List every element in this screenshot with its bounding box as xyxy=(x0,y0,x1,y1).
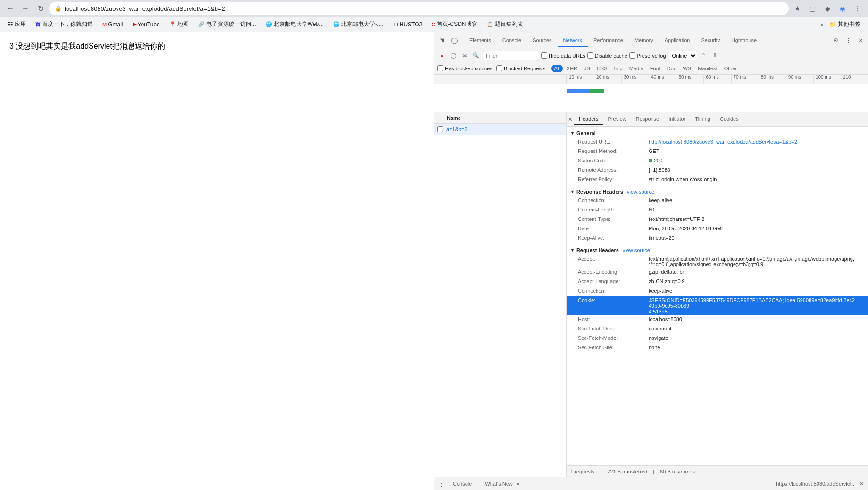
general-section-header[interactable]: General xyxy=(567,128,868,138)
request-checkbox[interactable] xyxy=(437,126,443,132)
disable-cache-input[interactable] xyxy=(587,52,593,59)
response-headers-view-source[interactable]: view source xyxy=(627,189,654,194)
tab-network[interactable]: Network xyxy=(558,34,588,47)
hide-data-urls-checkbox[interactable]: Hide data URLs xyxy=(541,52,585,59)
bookmark-label: 北京邮电大学-..... xyxy=(341,20,385,28)
bookmark-apps[interactable]: ☷ 应用 xyxy=(4,19,30,29)
whats-new-tab[interactable]: What's New ✕ xyxy=(480,479,524,489)
device-icon[interactable]: ◯ xyxy=(449,35,460,46)
filter-icon-btn[interactable]: ✉ xyxy=(460,51,469,60)
sec-fetch-mode-val: navigate xyxy=(649,335,857,341)
chrome-icon[interactable]: ◉ xyxy=(836,2,849,15)
tab-performance[interactable]: Performance xyxy=(588,34,629,47)
filter-font[interactable]: Font xyxy=(647,65,663,72)
filter-js[interactable]: JS xyxy=(581,65,593,72)
settings-icon[interactable]: ⚙ xyxy=(830,35,842,46)
whats-new-close[interactable]: ✕ xyxy=(516,482,520,487)
bookmark-baidu[interactable]: 百 百度一下，你就知道 xyxy=(32,19,97,29)
filter-other[interactable]: Other xyxy=(721,65,740,72)
bottom-close-icon[interactable]: ✕ xyxy=(860,481,864,487)
bookmark-hustoj[interactable]: H HUSTOJ xyxy=(391,20,426,29)
star-icon[interactable]: ★ xyxy=(791,2,804,15)
bookmark-other[interactable]: 📁 其他书签 xyxy=(826,19,864,29)
request-method-key: Request Method: xyxy=(578,148,649,154)
request-headers-view-source[interactable]: view source xyxy=(623,247,650,253)
devtools-icons: ◥ ◯ xyxy=(436,35,460,46)
details-panel: ✕ Headers Preview Response Initiator Tim… xyxy=(567,112,868,477)
preserve-log-input[interactable] xyxy=(629,52,635,59)
page-text: 3 没想到吧其实是我addServlet把消息返给你的 xyxy=(9,42,165,50)
clear-button[interactable]: ◯ xyxy=(449,51,458,60)
extensions-icon[interactable]: ◆ xyxy=(821,2,834,15)
tab-memory[interactable]: Memory xyxy=(629,34,659,47)
address-bar[interactable]: 🔒 localhost:8080/zuoye3_war_exploded/add… xyxy=(49,2,789,15)
search-button[interactable]: 🔍 xyxy=(471,51,481,60)
reload-button[interactable]: ↻ xyxy=(34,2,47,15)
bottom-menu-icon[interactable]: ⋮ xyxy=(438,480,444,487)
accept-row: Accept: text/html,application/xhtml+xml,… xyxy=(567,255,868,268)
sec-fetch-site-key: Sec-Fetch-Site: xyxy=(578,345,649,350)
bookmark-eresource[interactable]: 🔗 电子资源统一访问... xyxy=(194,19,260,29)
forward-button[interactable]: → xyxy=(19,2,32,15)
filter-input[interactable] xyxy=(483,51,539,60)
tab-elements[interactable]: Elements xyxy=(464,34,497,47)
devtools-panel: ◥ ◯ Elements Console Sources Network Per… xyxy=(434,32,868,490)
close-icon[interactable]: ✕ xyxy=(855,35,866,46)
details-tab-cookies[interactable]: Cookies xyxy=(715,114,743,125)
back-button[interactable]: ← xyxy=(4,2,17,15)
filter-manifest[interactable]: Manifest xyxy=(695,65,720,72)
blocked-requests-label: Blocked Requests xyxy=(504,66,546,71)
filter-row: Has blocked cookies Blocked Requests All… xyxy=(434,62,868,75)
bookmark-bupt[interactable]: 🌐 北京邮电大学-..... xyxy=(329,19,389,29)
filter-css[interactable]: CSS xyxy=(594,65,610,72)
record-button[interactable]: ● xyxy=(437,51,447,60)
has-blocked-input[interactable] xyxy=(437,65,443,71)
details-tab-response[interactable]: Response xyxy=(631,114,664,125)
bookmark-youtube[interactable]: ▶ YouTube xyxy=(129,20,164,29)
request-row[interactable]: a=1&b=2 xyxy=(434,124,566,135)
import-button[interactable]: ⇧ xyxy=(699,51,709,60)
details-tab-initiator[interactable]: Initiator xyxy=(664,114,690,125)
bookmark-bupt-web[interactable]: 🌐 北京邮电大学Web... xyxy=(262,19,327,29)
filter-media[interactable]: Media xyxy=(626,65,646,72)
tab-security[interactable]: Security xyxy=(695,34,726,47)
throttle-select[interactable]: Online xyxy=(668,51,697,60)
has-blocked-checkbox[interactable]: Has blocked cookies xyxy=(437,65,492,71)
close-details-btn[interactable]: ✕ xyxy=(567,116,574,123)
bookmark-gmail[interactable]: M Gmail xyxy=(99,20,127,29)
filter-all[interactable]: All xyxy=(551,65,563,72)
tab-application[interactable]: Application xyxy=(659,34,696,47)
hide-data-urls-input[interactable] xyxy=(541,52,547,59)
response-headers-header[interactable]: Response Headers view source xyxy=(567,187,868,196)
bookmark-maps[interactable]: 📍 地图 xyxy=(166,19,192,29)
tab-sources[interactable]: Sources xyxy=(527,34,557,47)
preserve-log-checkbox[interactable]: Preserve log xyxy=(629,52,666,59)
sec-fetch-dest-row: Sec-Fetch-Dest: document xyxy=(567,325,868,334)
cast-icon[interactable]: ▢ xyxy=(806,2,819,15)
disable-cache-checkbox[interactable]: Disable cache xyxy=(587,52,627,59)
filter-doc[interactable]: Doc xyxy=(664,65,679,72)
inspect-icon[interactable]: ◥ xyxy=(436,35,448,46)
requests-header: Name xyxy=(434,112,566,124)
settings-icon[interactable]: ⋮ xyxy=(851,2,864,15)
bookmark-csdn[interactable]: C 首页-CSDN博客 xyxy=(428,19,481,29)
details-tab-preview[interactable]: Preview xyxy=(603,114,631,125)
blocked-requests-checkbox[interactable]: Blocked Requests xyxy=(496,65,546,71)
devtools-tabs: ◥ ◯ Elements Console Sources Network Per… xyxy=(434,32,868,49)
details-tab-headers[interactable]: Headers xyxy=(574,114,603,125)
general-section: General Request URL: http://localhost:80… xyxy=(567,128,868,185)
details-tab-timing[interactable]: Timing xyxy=(690,114,715,125)
tab-console[interactable]: Console xyxy=(497,34,527,47)
filter-img[interactable]: Img xyxy=(611,65,626,72)
filter-ws[interactable]: WS xyxy=(680,65,694,72)
more-icon[interactable]: ⋮ xyxy=(843,35,854,46)
filter-xhr[interactable]: XHR xyxy=(564,65,580,72)
export-button[interactable]: ⇩ xyxy=(710,51,720,60)
bookmark-problems[interactable]: 📋 题目集列表 xyxy=(483,19,527,29)
tab-lighthouse[interactable]: Lighthouse xyxy=(726,34,762,47)
console-tab[interactable]: Console xyxy=(448,479,476,489)
request-headers-header[interactable]: Request Headers view source xyxy=(567,245,868,255)
sec-fetch-dest-key: Sec-Fetch-Dest: xyxy=(578,326,649,331)
accept-language-val: zh-CN,zh;q=0.9 xyxy=(649,279,857,284)
blocked-requests-input[interactable] xyxy=(496,65,502,71)
